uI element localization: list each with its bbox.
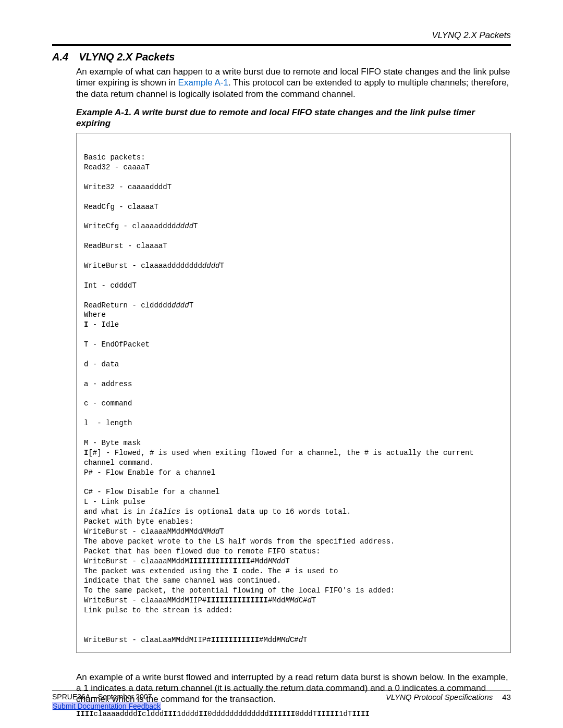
code-line: The above packet wrote to the LS half wo… xyxy=(84,537,395,546)
code-line: Basic packets: xyxy=(84,153,145,162)
footer-docid: SPRUE36A – September 2007 xyxy=(52,693,152,701)
code-line: a - address xyxy=(84,380,132,388)
code-line: c - command xyxy=(84,399,132,408)
code-line: ReadCfg - claaaaT xyxy=(84,203,158,211)
code-line: WriteBurst - claaaaMMddMIIP#IIIIIIIIIIII… xyxy=(84,596,316,604)
code-line: indicate that the same channel was conti… xyxy=(84,576,281,585)
section-number: A.4 xyxy=(52,51,68,63)
code-line: Int - cddddT xyxy=(84,281,137,290)
code-line: l - length xyxy=(84,419,132,427)
code-line: I - Idle xyxy=(84,320,119,329)
code-line: The packet was extended using the I code… xyxy=(84,567,338,575)
mono-line: IIIIclaaaaddddIcldddIII1ddddII0ddddddddd… xyxy=(76,710,511,718)
section-title: VLYNQ 2.X Packets xyxy=(79,51,175,63)
code-line: Read32 - caaaaT xyxy=(84,163,150,171)
code-line: Link pulse to the stream is added: xyxy=(84,606,233,614)
intro-paragraph: An example of what can happen to a write… xyxy=(76,66,511,100)
code-line: WriteBurst - claaaaMMddMMddMMddT xyxy=(84,527,224,536)
footer-title: VLYNQ Protocol Specifications43 xyxy=(386,693,511,701)
code-line: I[#] - Flowed, # is used when exiting fl… xyxy=(84,449,474,457)
code-line: P# - Flow Enable for a channel xyxy=(84,468,215,477)
example-link[interactable]: Example A-1 xyxy=(178,78,228,88)
example-caption: Example A-1. A write burst due to remote… xyxy=(76,107,511,129)
code-line: Write32 - caaaaddddT xyxy=(84,183,172,191)
code-box: Basic packets: Read32 - caaaaT Write32 -… xyxy=(76,133,511,652)
code-line: channel command. xyxy=(84,459,154,467)
running-header: VLYNQ 2.X Packets xyxy=(52,0,511,42)
code-line: ReadReturn - cldddddddddT xyxy=(84,301,193,310)
code-line: WriteBurst - claaaaMMddMIIIIIIIIIIIIII#M… xyxy=(84,557,290,565)
section-heading: A.4 VLYNQ 2.X Packets xyxy=(52,51,511,63)
code-line: WriteCfg - claaaaddddddddT xyxy=(84,222,198,230)
code-line: C# - Flow Disable for a channel xyxy=(84,488,219,496)
code-line: d - data xyxy=(84,360,119,368)
submit-feedback-link[interactable]: Submit Documentation Feedback xyxy=(52,702,161,710)
code-line: Packet with byte enables: xyxy=(84,517,193,526)
footer-feedback: Submit Documentation Feedback xyxy=(52,702,511,710)
code-line: Packet that has been flowed due to remot… xyxy=(84,547,321,556)
code-line: To the same packet, the potential flowin… xyxy=(84,586,395,595)
code-line: and what is in italics is optional data … xyxy=(84,508,351,516)
code-line: WriteBurst - claaaaddddddddddddT xyxy=(84,262,224,270)
code-line: ReadBurst - claaaaT xyxy=(84,242,167,250)
code-line: T - EndOfPacket xyxy=(84,340,150,349)
code-line: WriteBurst - claaLaaMMddMIIP#IIIIIIIIIII… xyxy=(84,636,308,644)
code-line: L - Link pulse xyxy=(84,498,145,506)
code-line: Where xyxy=(84,311,106,319)
code-line: M - Byte mask xyxy=(84,439,141,447)
page-number: 43 xyxy=(502,693,511,701)
header-rule xyxy=(52,44,511,46)
page-footer: SPRUE36A – September 2007 VLYNQ Protocol… xyxy=(52,690,511,710)
